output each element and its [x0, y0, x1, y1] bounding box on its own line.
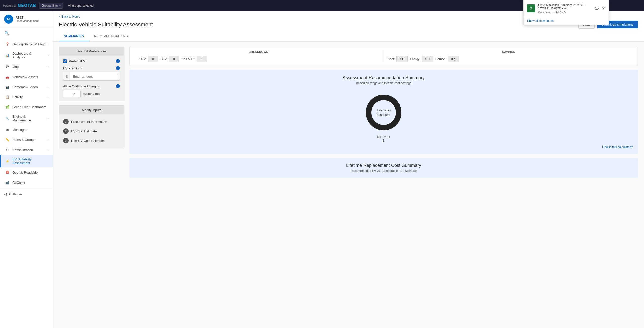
prefer-bev-row: Prefer BEV i: [63, 59, 120, 63]
download-status: Completed — 14.0 KB: [538, 11, 592, 14]
brand-logo: AT: [4, 15, 13, 24]
amount-increment-button[interactable]: ▲: [118, 73, 120, 77]
camera-icon: 📷: [5, 84, 10, 89]
assessment-subtitle: Based on range and lifetime cost savings: [134, 81, 633, 85]
modify-item-ev-cost[interactable]: 2 EV Cost Estimate: [63, 126, 120, 136]
sidebar-label-messages: Messages: [12, 128, 49, 132]
sidebar-label-gocam: GoCam+: [12, 181, 49, 185]
brand-name: AT&T: [16, 16, 39, 19]
no-ev-fit-count: 1: [377, 139, 390, 143]
engine-icon: 🔧: [5, 116, 10, 121]
powered-by-label: Powered by: [3, 4, 16, 7]
energy-label: Energy:: [410, 57, 420, 61]
sidebar-item-green-fleet[interactable]: 🌿 Green Fleet Dashboard: [0, 102, 53, 112]
amount-decrement-button[interactable]: ▼: [118, 77, 120, 80]
sidebar-brand: AT AT&T Fleet Management: [0, 11, 53, 27]
phev-label: PHEV:: [138, 57, 147, 61]
sidebar-item-rules[interactable]: 📏 Rules & Groups ›: [0, 135, 53, 145]
tab-summaries[interactable]: SUMMARIES: [59, 32, 89, 41]
sidebar-item-dashboard[interactable]: 📊 Dashboard & Analytics ›: [0, 49, 53, 62]
back-to-home-link[interactable]: < Back to Home: [59, 15, 80, 18]
sidebar-search-container: 🔍: [0, 27, 53, 39]
groups-filter-arrow-icon: ▾: [59, 4, 61, 7]
sidebar-item-cameras[interactable]: 📷 Cameras & Video ›: [0, 82, 53, 92]
ev-premium-label: EV Premium: [63, 66, 82, 70]
modify-title: Modify Inputs: [59, 105, 124, 114]
sidebar-item-getting-started[interactable]: ❓ Getting Started & Help ›: [0, 39, 53, 49]
sidebar-item-admin[interactable]: ⚙ Administration ›: [0, 145, 53, 155]
cost-item: Cost: $ 0: [388, 56, 408, 62]
assessment-title: Assessment Recommendation Summary: [134, 75, 633, 80]
search-button[interactable]: 🔍: [3, 29, 11, 37]
show-all-downloads-link[interactable]: Show all downloads: [524, 17, 609, 25]
vehicles-icon: 🚗: [5, 74, 10, 79]
expand-arrow-icon: ›: [48, 96, 49, 98]
sidebar-label-map: Map: [12, 65, 45, 69]
topbar-logo: Powered by GEOTAB: [3, 3, 36, 8]
sidebar-label-admin: Administration: [12, 148, 45, 152]
sidebar-label-roadside: Geotab Roadside: [12, 171, 49, 174]
page-title: Electric Vehicle Suitability Assessment: [59, 21, 153, 28]
folder-icon[interactable]: 🗁: [595, 6, 599, 11]
tabs: SUMMARIES RECOMMENDATIONS: [59, 32, 638, 41]
ev-premium-amount-input[interactable]: [70, 72, 118, 80]
sidebar-item-activity[interactable]: 📋 Activity ›: [0, 92, 53, 102]
expand-arrow-icon: ›: [48, 54, 49, 57]
savings-title: SAVINGS: [388, 50, 630, 53]
sidebar-item-vehicles[interactable]: 🚗 Vehicles & Assets: [0, 72, 53, 82]
charging-events-input[interactable]: [63, 90, 81, 97]
expand-arrow-icon: ›: [48, 138, 49, 141]
sidebar-item-engine[interactable]: 🔧 Engine & Maintenance ›: [0, 112, 53, 125]
groups-filter[interactable]: Groups filter ▾: [39, 3, 63, 9]
ev-premium-info-icon[interactable]: i: [116, 66, 120, 70]
allow-charging-label: Allow On-Route Charging: [63, 84, 100, 88]
expand-arrow-icon: ›: [48, 65, 49, 68]
modify-item-non-ev-cost[interactable]: 3 Non-EV Cost Estimate: [63, 136, 120, 145]
step-number-1: 1: [63, 119, 69, 124]
sidebar-label-ev: EV Suitability Assessment: [12, 157, 49, 165]
breakdown-section: BREAKDOWN PHEV: 0 BEV: 0: [134, 50, 384, 62]
sidebar-item-map[interactable]: 🗺 Map ›: [0, 62, 53, 72]
sidebar-label-engine: Engine & Maintenance: [12, 115, 45, 122]
sidebar-item-ev-assessment[interactable]: ⚡ EV Suitability Assessment: [0, 155, 53, 167]
modify-item-procurement[interactable]: 1 Procurement Information: [63, 117, 120, 126]
svg-point-0: [369, 97, 399, 128]
modify-inputs-card: Modify Inputs 1 Procurement Information …: [59, 105, 124, 148]
lifetime-title: Lifetime Replacement Cost Summary: [134, 163, 633, 168]
carbon-label: Carbon:: [435, 57, 446, 61]
sidebar-item-messages[interactable]: ✉ Messages: [0, 125, 53, 135]
help-icon: ❓: [5, 42, 10, 47]
gocam-icon: 📹: [5, 180, 10, 185]
rules-icon: 📏: [5, 137, 10, 142]
how-calculated-link[interactable]: How is this calculated?: [134, 145, 633, 149]
phev-value: 0: [148, 56, 158, 62]
messages-icon: ✉: [5, 127, 10, 132]
close-notification-icon[interactable]: ✕: [602, 6, 605, 10]
no-ev-fit-item: No EV Fit: 1: [181, 56, 207, 62]
currency-symbol: $: [63, 72, 70, 80]
allow-charging-info-icon[interactable]: i: [116, 84, 120, 88]
tab-recommendations[interactable]: RECOMMENDATIONS: [89, 32, 133, 41]
sidebar-label-rules: Rules & Groups: [12, 138, 45, 142]
download-filename: EVSA Simulation Summary (2024-01-25T15 2…: [538, 3, 592, 10]
download-notification: X EVSA Simulation Summary (2024-01-25T15…: [523, 0, 609, 25]
energy-item: Energy: $ 0: [410, 56, 433, 62]
sidebar-label-cameras: Cameras & Video: [12, 85, 45, 89]
download-info: EVSA Simulation Summary (2024-01-25T15 2…: [538, 3, 592, 14]
breakdown-savings-card: BREAKDOWN PHEV: 0 BEV: 0: [129, 47, 638, 66]
bev-item: BEV: 0: [161, 56, 179, 62]
prefer-bev-label: Prefer BEV: [69, 59, 85, 63]
step-number-2: 2: [63, 128, 69, 134]
sidebar-item-roadside[interactable]: 🚨 Geotab Roadside: [0, 167, 53, 177]
excel-icon: X: [527, 4, 535, 12]
carbon-value: 0 g: [448, 56, 459, 62]
procurement-label: Procurement Information: [71, 120, 107, 124]
sidebar-item-gocam[interactable]: 📹 GoCam+: [0, 177, 53, 188]
ev-cost-label: EV Cost Estimate: [71, 129, 97, 133]
lifetime-subtitle: Recommended EV vs. Comparable ICE Scenar…: [134, 169, 633, 173]
collapse-button[interactable]: ◁ Collapse: [0, 190, 53, 199]
lifetime-cost-card: Lifetime Replacement Cost Summary Recomm…: [129, 158, 638, 178]
prefer-bev-checkbox[interactable]: [63, 59, 67, 63]
phev-item: PHEV: 0: [138, 56, 158, 62]
prefer-bev-info-icon[interactable]: i: [116, 59, 120, 63]
